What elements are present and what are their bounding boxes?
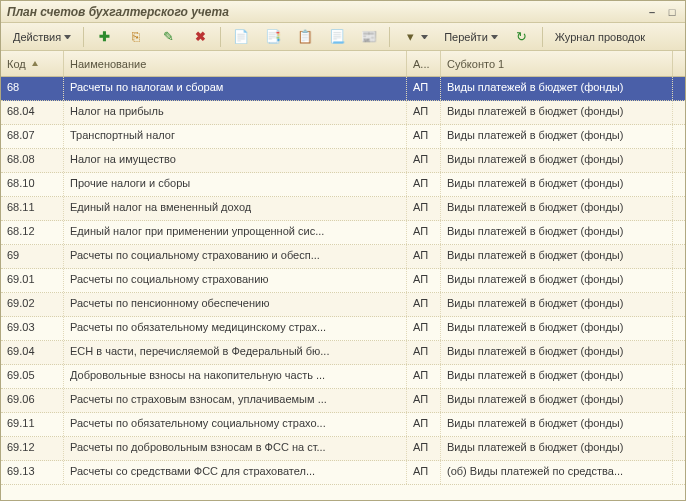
table-row[interactable]: 68.07Транспортный налогАПВиды платежей в… [1,125,685,149]
cell-sub1: Виды платежей в бюджет (фонды) [441,245,673,268]
cell-name: Налог на имущество [64,149,407,172]
goto-label: Перейти [444,31,488,43]
pencil-icon: ✎ [160,29,176,45]
filter-button[interactable]: ▾ [396,26,434,48]
doc2-button[interactable]: 📑 [259,26,287,48]
table-row[interactable]: 69.13Расчеты со средствами ФСС для страх… [1,461,685,485]
cell-code: 68.07 [1,125,64,148]
cell-sub1: Виды платежей в бюджет (фонды) [441,173,673,196]
cell-sub1: Виды платежей в бюджет (фонды) [441,317,673,340]
cell-ap: АП [407,365,441,388]
cell-code: 69.11 [1,413,64,436]
titlebar: План счетов бухгалтерского учета – □ [1,1,685,23]
cell-name: Прочие налоги и сборы [64,173,407,196]
window-buttons: – □ [645,5,679,19]
table-row[interactable]: 68.12Единый налог при применении упрощен… [1,221,685,245]
cell-ap: АП [407,221,441,244]
cell-sub1: Виды платежей в бюджет (фонды) [441,341,673,364]
column-header-code[interactable]: Код [1,51,64,76]
column-label: Код [7,58,26,70]
cell-name: Расчеты по обязательному медицинскому ст… [64,317,407,340]
table-row[interactable]: 69.05Добровольные взносы на накопительну… [1,365,685,389]
plus-icon: ✚ [96,29,112,45]
cell-code: 68.04 [1,101,64,124]
cell-name: Расчеты по социальному страхованию [64,269,407,292]
grid-body[interactable]: 68Расчеты по налогам и сборамАПВиды плат… [1,77,685,500]
dropdown-icon [421,35,428,39]
accounts-grid: Код Наименование А... Субконто 1 68Расче… [1,51,685,500]
cell-ap: АП [407,413,441,436]
cell-ap: АП [407,269,441,292]
cell-ap: АП [407,293,441,316]
toolbar-separator [220,27,221,47]
cell-code: 68 [1,77,64,100]
column-header-name[interactable]: Наименование [64,51,407,76]
cell-sub1: Виды платежей в бюджет (фонды) [441,125,673,148]
refresh-button[interactable]: ↻ [508,26,536,48]
cell-ap: АП [407,317,441,340]
cell-ap: АП [407,245,441,268]
table-row[interactable]: 69.02Расчеты по пенсионному обеспечениюА… [1,293,685,317]
maximize-button[interactable]: □ [665,5,679,19]
table-row[interactable]: 69.06Расчеты по страховым взносам, уплач… [1,389,685,413]
cell-code: 68.10 [1,173,64,196]
cell-ap: АП [407,341,441,364]
cell-name: ЕСН в части, перечисляемой в Федеральный… [64,341,407,364]
doc5-button[interactable]: 📰 [355,26,383,48]
cell-code: 69.13 [1,461,64,484]
toolbar-separator [542,27,543,47]
table-row[interactable]: 68.04Налог на прибыльАПВиды платежей в б… [1,101,685,125]
cell-code: 69.05 [1,365,64,388]
window: План счетов бухгалтерского учета – □ Дей… [0,0,686,501]
cell-sub1: Виды платежей в бюджет (фонды) [441,77,673,100]
table-row[interactable]: 69.03Расчеты по обязательному медицинско… [1,317,685,341]
table-row[interactable]: 68.08Налог на имуществоАПВиды платежей в… [1,149,685,173]
journal-button[interactable]: Журнал проводок [549,26,651,48]
cell-name: Расчеты по налогам и сборам [64,77,407,100]
dropdown-icon [491,35,498,39]
dropdown-icon [64,35,71,39]
cell-name: Расчеты по обязательному социальному стр… [64,413,407,436]
column-header-sub1[interactable]: Субконто 1 [441,51,673,76]
toolbar-separator [83,27,84,47]
table-row[interactable]: 69Расчеты по социальному страхованию и о… [1,245,685,269]
table-row[interactable]: 69.04ЕСН в части, перечисляемой в Федера… [1,341,685,365]
cell-ap: АП [407,389,441,412]
cell-ap: АП [407,437,441,460]
doc1-button[interactable]: 📄 [227,26,255,48]
actions-menu-button[interactable]: Действия [7,26,77,48]
doc4-button[interactable]: 📃 [323,26,351,48]
cell-sub1: Виды платежей в бюджет (фонды) [441,389,673,412]
column-header-ap[interactable]: А... [407,51,441,76]
cell-code: 69.04 [1,341,64,364]
table-row[interactable]: 69.12Расчеты по добровольным взносам в Ф… [1,437,685,461]
table-row[interactable]: 68.10Прочие налоги и сборыАПВиды платеже… [1,173,685,197]
goto-menu-button[interactable]: Перейти [438,26,504,48]
cell-name: Единый налог на вмененный доход [64,197,407,220]
cell-name: Расчеты со средствами ФСС для страховате… [64,461,407,484]
cell-code: 68.11 [1,197,64,220]
cell-code: 69.03 [1,317,64,340]
table-row[interactable]: 69.01Расчеты по социальному страхованиюА… [1,269,685,293]
doc3-button[interactable]: 📋 [291,26,319,48]
add-button[interactable]: ✚ [90,26,118,48]
toolbar: Действия ✚ ⎘ ✎ ✖ 📄 📑 📋 📃 📰 ▾ Перейти ↻ Ж… [1,23,685,51]
cell-ap: АП [407,173,441,196]
cell-sub1: Виды платежей в бюджет (фонды) [441,293,673,316]
delete-icon: ✖ [192,29,208,45]
cell-sub1: Виды платежей в бюджет (фонды) [441,101,673,124]
table-row[interactable]: 68.11Единый налог на вмененный доходАПВи… [1,197,685,221]
table-row[interactable]: 69.11Расчеты по обязательному социальном… [1,413,685,437]
document-icon: 📰 [361,29,377,45]
window-title: План счетов бухгалтерского учета [7,5,229,19]
minimize-button[interactable]: – [645,5,659,19]
cell-ap: АП [407,149,441,172]
delete-button[interactable]: ✖ [186,26,214,48]
cell-sub1: Виды платежей в бюджет (фонды) [441,413,673,436]
copy-button[interactable]: ⎘ [122,26,150,48]
edit-button[interactable]: ✎ [154,26,182,48]
cell-ap: АП [407,197,441,220]
cell-sub1: Виды платежей в бюджет (фонды) [441,269,673,292]
table-row[interactable]: 68Расчеты по налогам и сборамАПВиды плат… [1,77,685,101]
cell-sub1: Виды платежей в бюджет (фонды) [441,149,673,172]
